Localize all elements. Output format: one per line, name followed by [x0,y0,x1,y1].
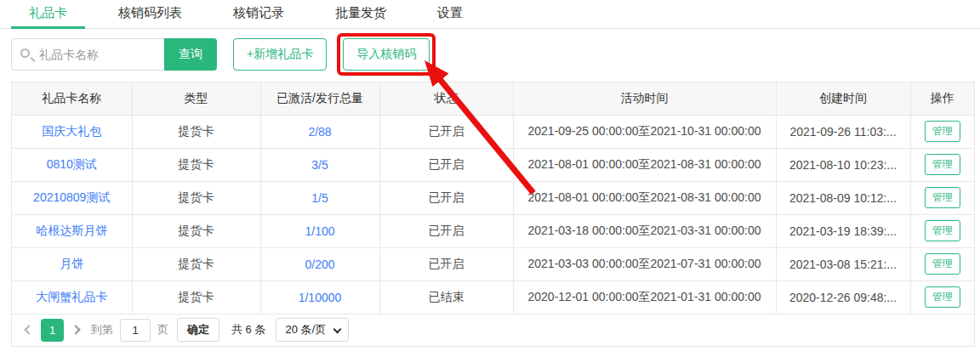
gift-card-name-link[interactable]: 20210809测试 [33,190,110,204]
table-row: 大闸蟹礼品卡 提货卡 1/10000 已结束 2020-12-01 00:00:… [12,280,974,314]
type-cell: 提货卡 [132,181,260,214]
gift-card-panel: 礼品卡名称 类型 已激活/发行总量 状态 活动时间 创建时间 操作 国庆大礼包 … [11,82,975,347]
status-cell: 已开启 [379,148,513,181]
table-row: 哈根达斯月饼 提货卡 1/100 已开启 2021-03-18 00:00:00… [12,214,974,247]
header-name: 礼品卡名称 [12,82,132,115]
manage-button[interactable]: 管理 [925,220,960,241]
table-row: 0810测试 提货卡 3/5 已开启 2021-08-01 00:00:00至2… [12,148,974,181]
activated-count-link[interactable]: 1/5 [311,191,328,205]
manage-button[interactable]: 管理 [925,253,960,275]
tab-redeem-code-list[interactable]: 核销码列表 [100,0,200,29]
table-row: 20210809测试 提货卡 1/5 已开启 2021-08-01 00:00:… [12,181,974,214]
tab-gift-card[interactable]: 礼品卡 [11,0,85,29]
table-row: 国庆大礼包 提货卡 2/88 已开启 2021-09-25 00:00:00至2… [12,115,974,148]
gift-card-name-link[interactable]: 大闸蟹礼品卡 [36,290,107,303]
activity-time-cell: 2021-09-25 00:00:00至2021-10-31 00:00:00 [513,115,776,148]
page-size-value: 20 条/页 [285,322,326,337]
type-cell: 提货卡 [132,148,260,181]
search-icon [20,48,30,58]
created-time-cell: 2021-08-09 10:12:... [776,181,910,214]
confirm-page-button[interactable]: 确定 [177,318,219,342]
toolbar: 查询 +新增礼品卡 导入核销码 [11,34,980,75]
activated-count-link[interactable]: 3/5 [311,158,328,172]
status-cell: 已开启 [379,214,513,247]
table-header-row: 礼品卡名称 类型 已激活/发行总量 状态 活动时间 创建时间 操作 [12,82,974,115]
created-time-cell: 2021-03-19 18:39:... [776,214,910,247]
tab-redeem-records[interactable]: 核销记录 [215,0,302,29]
header-type: 类型 [132,82,260,115]
activity-time-cell: 2021-08-01 00:00:00至2021-08-31 00:00:00 [513,181,776,214]
header-status: 状态 [379,82,513,115]
prev-page-icon[interactable] [24,325,33,334]
total-count-label: 共 6 条 [231,322,265,337]
header-activity-time: 活动时间 [513,82,776,115]
activity-time-cell: 2020-12-01 00:00:00至2021-01-31 00:00:00 [513,280,776,314]
type-cell: 提货卡 [132,115,260,148]
add-gift-card-button[interactable]: +新增礼品卡 [233,38,327,71]
page-size-select[interactable]: 20 条/页 [276,318,349,342]
gift-card-table: 礼品卡名称 类型 已激活/发行总量 状态 活动时间 创建时间 操作 国庆大礼包 … [12,82,974,314]
activated-count-link[interactable]: 2/88 [308,125,331,139]
activated-count-link[interactable]: 1/10000 [299,291,342,304]
manage-button[interactable]: 管理 [925,154,960,175]
status-cell: 已结束 [379,280,513,314]
created-time-cell: 2020-12-26 09:48:... [776,280,910,314]
tab-batch-shipping[interactable]: 批量发货 [317,0,404,29]
goto-page-label: 到第 [91,322,113,337]
header-activated: 已激活/发行总量 [260,82,379,115]
gift-card-name-link[interactable]: 0810测试 [47,157,97,171]
activity-time-cell: 2021-08-01 00:00:00至2021-08-31 00:00:00 [513,148,776,181]
manage-button[interactable]: 管理 [925,286,960,308]
activity-time-cell: 2021-03-18 00:00:00至2021-03-31 00:00:00 [513,214,776,247]
status-cell: 已开启 [379,115,513,148]
activity-time-cell: 2021-03-03 00:00:00至2021-07-31 00:00:00 [513,247,776,280]
manage-button[interactable]: 管理 [925,187,960,208]
tab-settings[interactable]: 设置 [419,0,481,29]
tab-bar: 礼品卡 核销码列表 核销记录 批量发货 设置 [0,0,980,29]
search-input[interactable] [11,38,164,71]
created-time-cell: 2021-09-26 11:03:... [776,115,910,148]
activated-count-link[interactable]: 0/200 [305,258,334,271]
goto-page-input[interactable] [120,319,151,342]
page-unit-label: 页 [157,322,168,337]
manage-button[interactable]: 管理 [925,121,960,142]
header-actions: 操作 [910,82,974,115]
pagination-bar: 1 到第 页 确定 共 6 条 20 条/页 [12,314,974,346]
gift-card-name-link[interactable]: 国庆大礼包 [42,124,101,138]
type-cell: 提货卡 [132,280,260,314]
created-time-cell: 2021-03-08 15:21:... [776,247,910,280]
chevron-down-icon [333,326,342,334]
table-row: 月饼 提货卡 0/200 已开启 2021-03-03 00:00:00至202… [12,247,974,280]
type-cell: 提货卡 [132,247,260,280]
page-number-button[interactable]: 1 [41,319,64,342]
gift-card-name-link[interactable]: 月饼 [60,257,83,270]
import-redeem-code-button[interactable]: 导入核销码 [343,38,430,71]
status-cell: 已开启 [379,181,513,214]
annotation-highlight-box: 导入核销码 [337,33,436,76]
activated-count-link[interactable]: 1/100 [305,224,334,238]
type-cell: 提货卡 [132,214,260,247]
header-created-time: 创建时间 [776,82,910,115]
query-button[interactable]: 查询 [164,38,217,71]
status-cell: 已开启 [379,247,513,280]
search-group: 查询 [11,38,217,71]
created-time-cell: 2021-08-10 10:23:... [776,148,910,181]
next-page-icon[interactable] [71,325,80,334]
gift-card-name-link[interactable]: 哈根达斯月饼 [36,224,107,237]
